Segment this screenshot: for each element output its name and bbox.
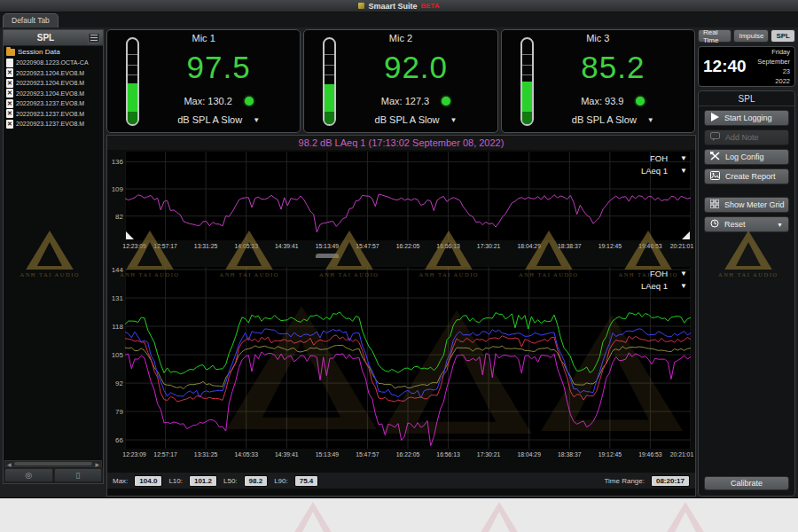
session-data-folder[interactable]: Session Data <box>4 46 103 58</box>
spl-history-panel: 98.2 dB LAeq 1 (17:13:02 September 08, 2… <box>106 135 696 497</box>
chart-splitter[interactable] <box>107 253 695 259</box>
max-value: Max: 93.9 <box>581 96 623 106</box>
scrollbar-thumb[interactable] <box>14 462 93 466</box>
spl-panel-header: SPL <box>699 91 794 106</box>
x-axis-label: 15:13:49 <box>316 243 339 249</box>
document-icon <box>6 59 13 67</box>
mode-button-spl[interactable]: SPL <box>771 29 795 43</box>
bottom-chart-plot[interactable]: FOH▼LAeq 1▼ <box>125 267 691 449</box>
trace-selector-dropdown[interactable]: LAeq 1▼ <box>641 281 687 291</box>
stat-label: L50: <box>223 477 238 485</box>
clock-panel: 12:40 Friday September 23 2022 <box>698 46 795 87</box>
spreadsheet-icon: ✕ <box>6 109 13 118</box>
file-label: 20220923.1237.EVO8.M <box>16 100 84 106</box>
grid-icon <box>710 200 719 210</box>
scroll-right-icon[interactable]: ▶ <box>93 461 101 467</box>
log-config-button[interactable]: Log Config <box>704 149 789 165</box>
x-axis-label: 15:47:57 <box>356 451 379 458</box>
level-meter <box>126 37 139 126</box>
x-axis-label: 12:57:17 <box>153 451 176 458</box>
x-axis-label: 14:05:33 <box>234 451 257 458</box>
x-axis-label: 19:12:45 <box>598 243 622 249</box>
meter-mode-dropdown[interactable]: dB SPL A Slow▼ <box>143 114 294 125</box>
stat-label: Max: <box>113 477 128 485</box>
create-report-button[interactable]: Create Report <box>704 168 789 184</box>
cursor-handle-right[interactable] <box>682 231 690 239</box>
mode-button-real-time[interactable]: Real Time <box>698 29 732 43</box>
scroll-left-icon[interactable]: ◀ <box>5 461 13 467</box>
session-file-item[interactable]: ✕20220923.1237.EVO8.M <box>4 119 103 129</box>
status-bar: Max:104.0L10:101.2L50:98.2L90:75.4 Time … <box>107 473 695 489</box>
status-led <box>442 97 450 106</box>
y-axis-label: 66 <box>108 436 123 444</box>
file-label: 20220923.1204.EVO8.M <box>16 90 84 97</box>
status-led <box>636 97 645 106</box>
x-axis-label: 17:30:21 <box>477 243 500 249</box>
cursor-handle-left[interactable] <box>126 231 134 239</box>
spl-value: 97.5 <box>143 50 294 85</box>
meter-mode-dropdown[interactable]: dB SPL A Slow▼ <box>340 114 491 125</box>
x-axis-label: 15:13:49 <box>316 451 339 458</box>
folder-icon <box>6 49 15 56</box>
session-file-item[interactable]: ✕20220923.1237.EVO8.M <box>4 109 103 120</box>
x-axis-label: 16:22:05 <box>396 243 419 249</box>
mode-button-impulse[interactable]: Impulse <box>733 29 769 43</box>
x-axis-label: 18:04:29 <box>517 243 540 249</box>
x-axis-label: 12:23:09 <box>122 243 145 249</box>
tab-default[interactable]: Default Tab <box>3 13 59 27</box>
reset-button[interactable]: Reset▼ <box>704 216 789 232</box>
session-file-item[interactable]: ✕20220923.1204.EVO8.M <box>4 68 103 79</box>
file-label: 20220923.1204.EVO8.M <box>16 80 84 86</box>
calibrate-button[interactable]: Calibrate <box>704 476 789 490</box>
x-axis-label: 12:23:09 <box>122 451 145 458</box>
splitter-grip-icon[interactable] <box>316 254 339 258</box>
session-file-item[interactable]: ✕20220923.1237.EVO8.M <box>4 98 103 109</box>
chevron-down-icon: ▼ <box>777 222 783 228</box>
x-axis-label: 20:21:01 <box>670 243 693 249</box>
chevron-down-icon: ▼ <box>253 116 260 124</box>
mode-switcher: Real TimeImpulseSPL <box>698 29 795 43</box>
session-file-item[interactable]: ✕20220923.1204.EVO8.M <box>4 78 103 89</box>
open-session-button[interactable]: ◎ <box>4 468 53 482</box>
menu-icon[interactable] <box>88 33 100 43</box>
spreadsheet-icon: ✕ <box>6 120 13 129</box>
level-meter <box>520 37 534 126</box>
trace-selector-dropdown[interactable]: FOH▼ <box>641 269 687 278</box>
tools-icon <box>710 152 720 162</box>
sidebar-header: SPL <box>4 30 103 46</box>
session-sidebar: SPL Session Data 20220908.1223.OCTA-CA✕2… <box>3 29 104 484</box>
x-axis-label: 14:39:41 <box>275 451 298 458</box>
spreadsheet-icon: ✕ <box>6 99 13 108</box>
chevron-down-icon: ▼ <box>647 116 654 124</box>
x-axis-label: 13:31:25 <box>194 243 217 249</box>
tab-bar: Default Tab <box>0 12 798 27</box>
session-file-item[interactable]: 20220908.1223.OCTA-CA <box>4 58 103 68</box>
show-meter-grid-button[interactable]: Show Meter Grid <box>704 197 789 213</box>
session-file-item[interactable]: ✕20220923.1204.EVO8.M <box>4 89 103 99</box>
chevron-down-icon: ▼ <box>450 116 458 124</box>
meter-mode-dropdown[interactable]: dB SPL A Slow▼ <box>537 114 689 125</box>
start-logging-button[interactable]: Start Logging <box>704 110 789 126</box>
bottom-x-axis: 12:23:0912:57:1713:31:2514:05:3314:39:41… <box>125 451 691 461</box>
chevron-down-icon: ▼ <box>680 154 687 162</box>
sidebar-scrollbar[interactable]: ◀ ▶ <box>4 460 102 467</box>
delete-session-button[interactable]: ▯ <box>54 468 103 482</box>
x-axis-label: 18:38:37 <box>558 243 581 249</box>
file-label: 20220908.1223.OCTA-CA <box>16 59 89 66</box>
folder-label: Session Data <box>18 48 60 56</box>
level-meter <box>323 37 336 126</box>
stat-value: 104.0 <box>134 475 162 487</box>
top-chart-plot[interactable]: FOH▼LAeq 1▼ <box>125 152 691 240</box>
x-axis-label: 19:12:45 <box>598 451 622 458</box>
status-led <box>245 97 254 106</box>
trace-selector-dropdown[interactable]: FOH▼ <box>641 153 687 163</box>
add-note-button[interactable]: Add Note <box>704 129 789 145</box>
spreadsheet-icon: ✕ <box>6 89 13 98</box>
top-chart-selectors: FOH▼LAeq 1▼ <box>641 153 687 178</box>
app-icon <box>358 3 364 9</box>
trace-selector-dropdown[interactable]: LAeq 1▼ <box>641 166 687 176</box>
play-icon <box>710 113 719 123</box>
spl-value: 92.0 <box>340 50 491 85</box>
session-file-list: 20220908.1223.OCTA-CA✕20220923.1204.EVO8… <box>4 58 103 129</box>
x-axis-label: 20:21:01 <box>670 451 693 458</box>
